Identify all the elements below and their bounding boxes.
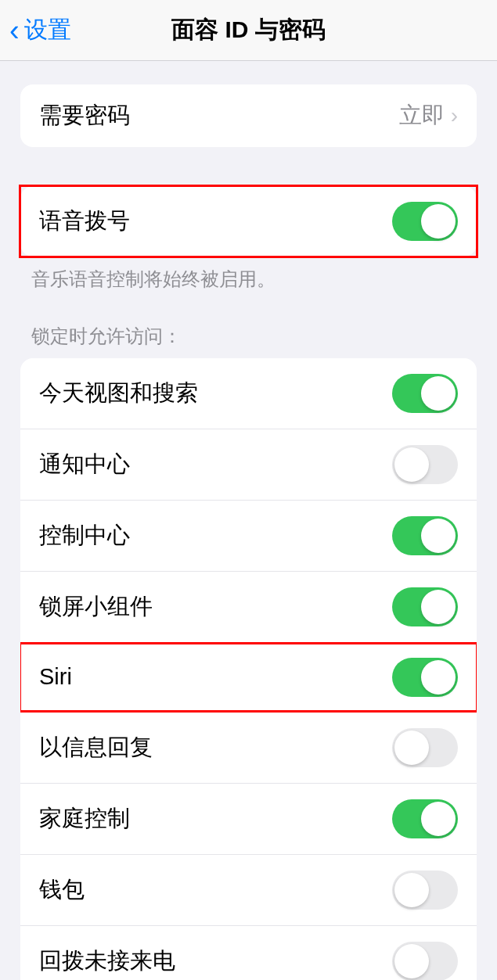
require-passcode-value: 立即 [399,100,445,131]
page-title: 面容 ID 与密码 [171,14,326,46]
voice-dial-footer: 音乐语音控制将始终被启用。 [0,257,497,293]
wallet-label: 钱包 [39,874,392,906]
notification-center-toggle[interactable] [392,445,458,484]
voice-dial-toggle[interactable] [392,202,458,241]
lock-screen-widgets-row: 锁屏小组件 [20,571,477,642]
voice-dial-label: 语音拨号 [39,206,392,237]
lock-screen-widgets-toggle[interactable] [392,587,458,626]
notification-center-label: 通知中心 [39,449,392,480]
reply-with-message-toggle[interactable] [392,728,458,767]
home-control-label: 家庭控制 [39,803,392,835]
return-missed-calls-row: 回拨未接来电 [20,925,477,980]
return-missed-calls-label: 回拨未接来电 [39,946,392,977]
toggle-knob [394,944,429,978]
wallet-row: 钱包 [20,854,477,925]
toggle-knob [421,376,456,411]
today-view-row: 今天视图和搜索 [20,358,477,429]
require-passcode-row[interactable]: 需要密码 立即 › [20,84,477,147]
chevron-left-icon: ‹ [9,16,20,45]
reply-with-message-row: 以信息回复 [20,713,477,783]
toggle-knob [421,802,456,836]
today-view-label: 今天视图和搜索 [39,378,392,409]
control-center-label: 控制中心 [39,520,392,551]
wallet-toggle[interactable] [392,871,458,910]
navigation-header: ‹ 设置 面容 ID 与密码 [0,0,497,61]
back-label: 设置 [24,14,71,46]
control-center-row: 控制中心 [20,500,477,571]
chevron-right-icon: › [451,103,458,128]
toggle-knob [421,660,456,695]
home-control-row: 家庭控制 [20,783,477,854]
siri-toggle[interactable] [392,658,458,697]
lock-access-header: 锁定时允许访问： [0,324,497,358]
toggle-knob [394,873,429,907]
toggle-knob [394,447,429,482]
notification-center-row: 通知中心 [20,429,477,500]
toggle-knob [421,519,456,553]
toggle-knob [421,204,456,239]
voice-dial-row: 语音拨号 [20,186,477,257]
back-button[interactable]: ‹ 设置 [0,14,71,46]
toggle-knob [421,590,456,624]
home-control-toggle[interactable] [392,799,458,838]
lock-screen-widgets-label: 锁屏小组件 [39,591,392,623]
require-passcode-label: 需要密码 [39,100,399,131]
reply-with-message-label: 以信息回复 [39,732,392,763]
toggle-knob [394,731,429,765]
return-missed-calls-toggle[interactable] [392,942,458,980]
siri-label: Siri [39,664,392,690]
today-view-toggle[interactable] [392,374,458,413]
siri-row: Siri [20,642,477,713]
control-center-toggle[interactable] [392,516,458,555]
